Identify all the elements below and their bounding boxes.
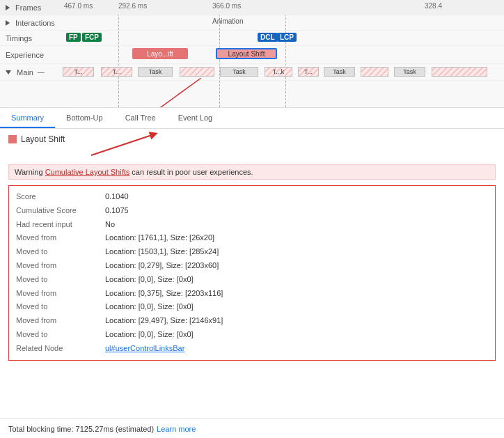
interactions-label: Interactions — [0, 19, 63, 27]
detail-label-5: Moved from — [16, 259, 100, 273]
detail-value-5: Location: [0,279], Size: [2203x60] — [105, 259, 219, 273]
content-area: Layout Shift Warning Cumulative Layout S… — [0, 129, 504, 419]
detail-label-6: Moved to — [16, 273, 100, 287]
detail-label-4: Moved to — [16, 245, 100, 259]
interactions-row: Interactions Animation — [0, 15, 504, 31]
task-2: T... — [101, 67, 132, 77]
timings-content: FP FCP DCL LCP — [63, 31, 504, 45]
frame-time-2: 292.6 ms — [118, 2, 147, 10]
timings-row: Timings FP FCP DCL LCP — [0, 31, 504, 46]
main-row: Main — T... T... Task Task T...k T... Ta… — [0, 64, 504, 81]
main-label: Main — — [0, 68, 63, 77]
frame-time-1: 467.0 ms — [64, 2, 93, 10]
tabs-bar: Summary Bottom-Up Call Tree Event Log — [0, 108, 504, 129]
learn-more-link[interactable]: Learn more — [157, 425, 196, 433]
task-10: Task — [394, 67, 425, 77]
details-box: Score 0.1040 Cumulative Score 0.1075 Had… — [8, 185, 496, 361]
experience-label: Experience — [0, 51, 63, 59]
detail-value-11[interactable]: ul#userControlLinksBar — [105, 342, 184, 356]
warning-suffix-text: can result in poor user experiences. — [132, 168, 253, 176]
experience-row: Experience Layo...ift Layout Shift — [0, 46, 504, 64]
detail-value-2: No — [105, 218, 115, 232]
detail-value-3: Location: [1761,1], Size: [26x20] — [105, 231, 214, 245]
detail-row-11: Related Node ul#userControlLinksBar — [16, 342, 488, 356]
frame-time-4: 328.4 — [425, 2, 442, 10]
detail-row-3: Moved from Location: [1761,1], Size: [26… — [16, 231, 488, 245]
detail-row-8: Moved to Location: [0,0], Size: [0x0] — [16, 300, 488, 314]
svg-line-3 — [91, 134, 154, 155]
detail-row-4: Moved to Location: [1503,1], Size: [285x… — [16, 245, 488, 259]
timeline-area: Frames 467.0 ms 292.6 ms 366.0 ms 328.4 … — [0, 0, 504, 108]
warning-bar: Warning Cumulative Layout Shifts can res… — [8, 164, 496, 180]
frame-time-3: 366.0 ms — [212, 2, 241, 10]
experience-content: Layo...ift Layout Shift — [63, 46, 504, 63]
svg-line-1 — [123, 78, 200, 107]
detail-label-10: Moved to — [16, 328, 100, 342]
detail-value-1: 0.1075 — [105, 204, 129, 218]
fcp-badge: FCP — [82, 33, 102, 42]
bottom-bar: Total blocking time: 7125.27ms (estimate… — [0, 419, 504, 438]
detail-value-0: 0.1040 — [105, 190, 129, 204]
task-4 — [180, 67, 214, 77]
detail-value-6: Location: [0,0], Size: [0x0] — [105, 273, 194, 287]
detail-value-9: Location: [29,497], Size: [2146x91] — [105, 314, 223, 328]
frames-content: 467.0 ms 292.6 ms 366.0 ms 328.4 — [63, 0, 504, 15]
task-3: Task — [138, 67, 173, 77]
detail-row-5: Moved from Location: [0,279], Size: [220… — [16, 259, 488, 273]
detail-label-9: Moved from — [16, 314, 100, 328]
detail-label-11: Related Node — [16, 342, 100, 356]
layout-shift-block[interactable]: Layout Shift — [216, 48, 277, 59]
detail-row-1: Cumulative Score 0.1075 — [16, 204, 488, 218]
footer-text: Total blocking time: 7125.27ms (estimate… — [8, 425, 154, 433]
detail-value-10: Location: [0,0], Size: [0x0] — [105, 328, 194, 342]
detail-label-1: Cumulative Score — [16, 204, 100, 218]
ls-title-text: Layout Shift — [21, 134, 65, 144]
tab-event-log[interactable]: Event Log — [167, 108, 224, 128]
interactions-content: Animation — [63, 15, 504, 30]
tab-bottom-up[interactable]: Bottom-Up — [55, 108, 114, 128]
layo-block: Layo...ift — [132, 48, 188, 59]
detail-label-0: Score — [16, 190, 100, 204]
task-6: T...k — [265, 67, 292, 77]
detail-row-6: Moved to Location: [0,0], Size: [0x0] — [16, 273, 488, 287]
dcl-badge: DCL — [258, 33, 278, 42]
task-7: T... — [298, 67, 319, 77]
task-1: T... — [63, 67, 94, 77]
fp-badge: FP — [66, 33, 81, 42]
ls-arrow-svg — [84, 131, 168, 159]
detail-label-3: Moved from — [16, 231, 100, 245]
task-8: Task — [324, 67, 355, 77]
detail-value-7: Location: [0,375], Size: [2203x116] — [105, 287, 223, 301]
detail-value-8: Location: [0,0], Size: [0x0] — [105, 300, 194, 314]
frames-label: Frames — [0, 3, 63, 12]
task-11 — [432, 67, 487, 77]
warning-prefix: Warning — [15, 168, 43, 176]
detail-label-2: Had recent input — [16, 218, 100, 232]
lcp-badge: LCP — [277, 33, 297, 42]
tab-summary[interactable]: Summary — [0, 108, 55, 128]
ls-color-square — [8, 135, 17, 143]
detail-row-10: Moved to Location: [0,0], Size: [0x0] — [16, 328, 488, 342]
animation-label: Animation — [212, 17, 243, 25]
detail-label-8: Moved to — [16, 300, 100, 314]
detail-row-7: Moved from Location: [0,375], Size: [220… — [16, 287, 488, 301]
tab-call-tree[interactable]: Call Tree — [114, 108, 167, 128]
task-9 — [361, 67, 388, 77]
ls-title: Layout Shift — [8, 134, 65, 144]
timings-label: Timings — [0, 34, 63, 42]
detail-row-0: Score 0.1040 — [16, 190, 488, 204]
detail-label-7: Moved from — [16, 287, 100, 301]
detail-value-4: Location: [1503,1], Size: [285x24] — [105, 245, 219, 259]
detail-row-9: Moved from Location: [29,497], Size: [21… — [16, 314, 488, 328]
main-content: T... T... Task Task T...k T... Task Task — [63, 64, 504, 80]
detail-row-2: Had recent input No — [16, 218, 488, 232]
warning-link[interactable]: Cumulative Layout Shifts — [45, 168, 130, 176]
frames-row: Frames 467.0 ms 292.6 ms 366.0 ms 328.4 — [0, 0, 504, 15]
task-5: Task — [220, 67, 258, 77]
